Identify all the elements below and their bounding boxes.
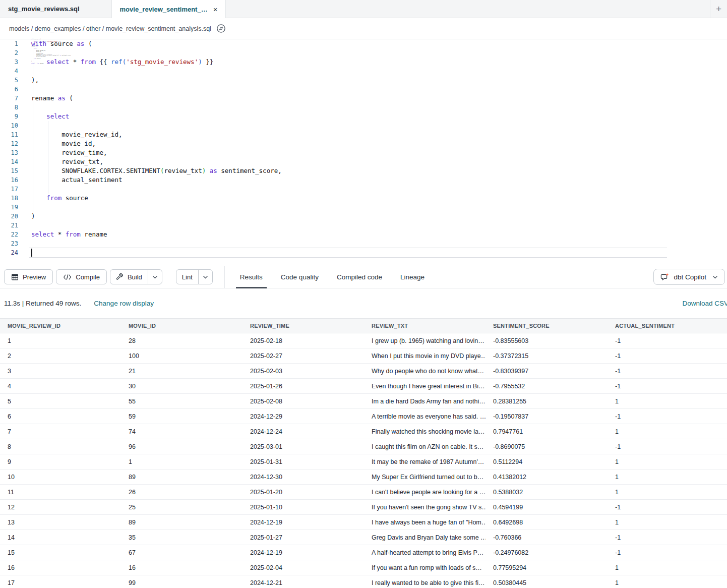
code-minimap[interactable]: with source as ( select * from {{ ref('s… — [31, 38, 71, 67]
code-line[interactable] — [31, 121, 727, 130]
cell: 1 — [121, 458, 243, 465]
cell: 1 — [608, 398, 727, 405]
code-line[interactable] — [31, 85, 727, 94]
line-number[interactable]: 5 — [0, 76, 22, 85]
tab-stg-movie-reviews[interactable]: stg_movie_reviews.sql — [0, 0, 112, 18]
code-line[interactable]: SNOWFLAKE.CORTEX.SENTIMENT(review_txt) a… — [31, 166, 727, 175]
line-number[interactable]: 16 — [0, 175, 22, 185]
cell: 100 — [121, 352, 243, 360]
line-number[interactable]: 8 — [0, 103, 22, 112]
review-text: Even though I have great interest in Bi… — [372, 383, 484, 390]
tab-label: movie_review_sentiment_… — [120, 6, 208, 13]
lint-button[interactable]: Lint — [176, 270, 198, 284]
line-number[interactable]: 21 — [0, 221, 22, 230]
lint-dropdown-button[interactable] — [198, 270, 212, 284]
line-number[interactable]: 7 — [0, 94, 22, 103]
line-number[interactable]: 2 — [0, 48, 22, 57]
cell: 16 — [121, 564, 243, 571]
cell: 1 — [608, 579, 727, 586]
close-icon[interactable]: × — [213, 6, 218, 13]
column-header: ACTUAL_SENTIMENT — [608, 323, 727, 329]
line-number[interactable]: 12 — [0, 139, 22, 148]
sql-code-editor[interactable]: 123456789101112131415161718192021222324 … — [0, 39, 727, 266]
line-number[interactable]: 17 — [0, 185, 22, 194]
line-number[interactable]: 18 — [0, 194, 22, 203]
line-number[interactable]: 22 — [0, 230, 22, 239]
results-tab-compiled-code[interactable]: Compiled code — [328, 266, 391, 288]
build-button[interactable]: Build — [110, 270, 148, 284]
code-line[interactable] — [31, 67, 727, 76]
code-line[interactable] — [31, 185, 727, 194]
review-text: Greg Davis and Bryan Daly take some … — [372, 534, 486, 541]
line-number[interactable]: 10 — [0, 121, 22, 130]
column-header: MOVIE_ID — [121, 323, 243, 329]
line-numbers[interactable]: 123456789101112131415161718192021222324 — [0, 39, 22, 257]
line-number[interactable]: 15 — [0, 166, 22, 175]
review-text: I really wanted to be able to give this … — [372, 579, 484, 586]
code-line[interactable]: select * from rename — [31, 230, 727, 239]
code-line[interactable]: movie_id, — [31, 139, 727, 148]
line-number[interactable]: 6 — [0, 85, 22, 94]
code-token: sentiment_score, — [61, 54, 71, 55]
line-number[interactable]: 23 — [0, 239, 22, 248]
column-header: MOVIE_REVIEW_ID — [0, 323, 121, 329]
results-tab-results[interactable]: Results — [231, 266, 272, 288]
download-csv-link[interactable]: Download CSV — [682, 300, 727, 307]
code-line[interactable] — [31, 48, 727, 57]
code-line[interactable] — [31, 203, 727, 212]
review-text: My Super Ex Girlfriend turned out to b… — [372, 474, 483, 481]
compile-button[interactable]: Compile — [56, 269, 107, 284]
code-line[interactable] — [31, 239, 727, 248]
code-token: rename — [31, 94, 58, 102]
line-number[interactable]: 9 — [0, 112, 22, 121]
change-row-display-link[interactable]: Change row display — [94, 300, 154, 307]
code-line[interactable] — [31, 65, 71, 66]
cell: 4 — [0, 383, 121, 390]
results-tab-code-quality[interactable]: Code quality — [272, 266, 328, 288]
line-number[interactable]: 19 — [0, 203, 22, 212]
code-token: * — [69, 58, 81, 66]
results-rows: 1282025-02-18I grew up (b. 1965) watchin… — [0, 333, 727, 588]
table-row: 4302025-01-26Even though I have great in… — [0, 379, 727, 394]
code-line[interactable]: select — [31, 112, 727, 121]
line-number[interactable]: 13 — [0, 148, 22, 157]
table-row: 13892024-12-19I have always been a huge … — [0, 515, 727, 530]
cell: 26 — [121, 489, 243, 496]
code-line[interactable]: movie_review_id, — [31, 130, 727, 139]
line-number[interactable]: 1 — [0, 39, 22, 48]
code-line[interactable]: from source — [31, 194, 727, 203]
cell: 6 — [0, 413, 121, 420]
code-token: 'stg_movie_reviews' — [126, 58, 198, 66]
code-line[interactable] — [31, 248, 727, 257]
line-number[interactable]: 3 — [0, 57, 22, 67]
new-tab-button[interactable]: + — [710, 0, 727, 18]
table-row: 21002025-02-27When I put this movie in m… — [0, 348, 727, 364]
code-line[interactable]: select * from {{ ref('stg_movie_reviews'… — [31, 57, 727, 67]
cell: 1 — [608, 474, 727, 481]
table-row: 7742024-12-24Finally watched this shocki… — [0, 424, 727, 439]
dbt-copilot-button[interactable]: dbt Copilot — [653, 269, 725, 285]
code-line[interactable] — [31, 103, 727, 112]
code-line[interactable]: rename as ( — [31, 94, 727, 103]
line-number[interactable]: 14 — [0, 157, 22, 166]
code-line[interactable]: with source as ( — [31, 39, 727, 48]
code-line[interactable]: ) — [31, 212, 727, 221]
code-line[interactable]: actual_sentiment — [31, 175, 727, 185]
tab-movie-review-sentiment-analysis[interactable]: movie_review_sentiment_… × — [112, 0, 226, 18]
code-line[interactable]: review_txt, — [31, 157, 727, 166]
results-tab-lineage[interactable]: Lineage — [391, 266, 434, 288]
line-number[interactable]: 24 — [0, 248, 22, 257]
line-number[interactable]: 11 — [0, 130, 22, 139]
code-line[interactable]: review_time, — [31, 148, 727, 157]
code-lines[interactable]: with source as ( select * from {{ ref('s… — [31, 39, 727, 257]
line-number[interactable]: 4 — [0, 67, 22, 76]
breadcrumb[interactable]: models / demo_examples / other / movie_r… — [9, 25, 211, 32]
line-number[interactable]: 20 — [0, 212, 22, 221]
preview-button[interactable]: Preview — [4, 269, 53, 284]
code-token: * — [54, 230, 66, 238]
review-text: It may be the remake of 1987 Autumn'… — [372, 458, 484, 465]
docs-compass-icon[interactable] — [216, 24, 226, 33]
code-line[interactable]: ), — [31, 76, 727, 85]
build-dropdown-button[interactable] — [148, 270, 162, 284]
code-line[interactable] — [31, 221, 727, 230]
